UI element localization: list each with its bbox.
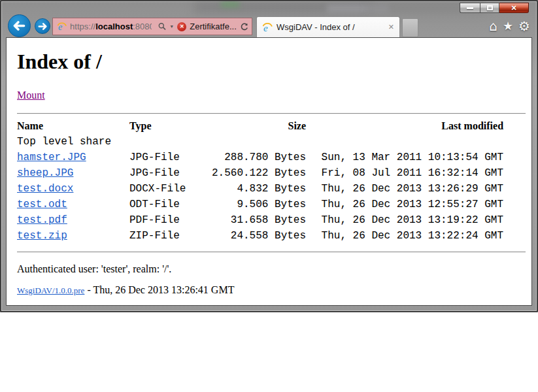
wsgidav-version-link[interactable]: WsgiDAV/1.0.0.pre — [17, 286, 84, 295]
file-size: 24.558 Bytes — [212, 228, 306, 244]
forward-button[interactable] — [35, 18, 50, 34]
ie-page-icon: e — [57, 22, 67, 32]
directory-index-page: Index of / Mount Name Type Size Last mod… — [7, 50, 531, 296]
file-modified: Thu, 26 Dec 2013 12:55:27 GMT — [306, 197, 503, 212]
refresh-icon[interactable] — [240, 22, 248, 31]
file-size: 2.560.122 Bytes — [212, 165, 306, 181]
file-link[interactable]: test.zip — [17, 230, 67, 242]
search-icon[interactable] — [158, 22, 166, 31]
ie-tab-icon: e — [262, 22, 273, 33]
file-link[interactable]: hamster.JPG — [17, 152, 86, 163]
table-note-row: Top level share — [17, 134, 503, 150]
table-row: hamster.JPG JPG-File 288.780 Bytes Sun, … — [17, 150, 503, 165]
file-type: PDF-File — [129, 212, 212, 228]
url-scheme: https:// — [70, 22, 95, 31]
minimize-button[interactable] — [460, 3, 480, 13]
file-type: ODT-File — [129, 197, 212, 212]
file-listing-table: Name Type Size Last modified Top level s… — [17, 118, 503, 244]
certificate-error-icon: ✕ — [177, 22, 186, 31]
file-size: 31.658 Bytes — [212, 212, 306, 228]
file-link[interactable]: test.pdf — [17, 214, 67, 226]
address-bar[interactable]: e https://localhost:8080/ ▼ ✕ Zertifikat… — [52, 18, 252, 35]
star-icon[interactable]: ★ — [503, 19, 513, 33]
footer: WsgiDAV/1.0.0.pre - Thu, 26 Dec 2013 13:… — [17, 284, 526, 296]
chrome-toolbar-icons: ⌂ ★ ⚙ — [489, 19, 530, 33]
back-arrow-icon — [13, 21, 25, 31]
file-modified: Thu, 26 Dec 2013 13:26:29 GMT — [306, 181, 503, 197]
table-row: test.odt ODT-File 9.506 Bytes Thu, 26 De… — [17, 197, 503, 212]
maximize-icon — [487, 5, 493, 10]
file-modified: Fri, 08 Jul 2011 16:32:14 GMT — [306, 165, 503, 181]
page-content: Index of / Mount Name Type Size Last mod… — [6, 37, 532, 306]
tab-wsgidav-index[interactable]: e WsgiDAV - Index of / ✕ — [256, 16, 400, 37]
window-controls: ✕ — [460, 3, 529, 13]
file-type: JPG-File — [129, 150, 212, 165]
file-modified: Sun, 13 Mar 2011 10:13:54 GMT — [306, 150, 503, 165]
home-icon[interactable]: ⌂ — [489, 19, 497, 33]
file-size: 9.506 Bytes — [212, 197, 306, 212]
gear-icon[interactable]: ⚙ — [518, 19, 530, 33]
table-row: test.zip ZIP-File 24.558 Bytes Thu, 26 D… — [17, 228, 503, 244]
tab-close-icon[interactable]: ✕ — [388, 23, 394, 31]
share-note: Top level share — [17, 134, 503, 150]
certificate-error-x: ✕ — [180, 24, 184, 29]
table-header-row: Name Type Size Last modified — [17, 118, 503, 134]
certificate-error-button[interactable]: Zertifikatfe... — [190, 22, 237, 31]
file-size: 4.832 Bytes — [212, 181, 306, 197]
file-link[interactable]: test.odt — [17, 199, 67, 210]
browser-window: ✕ e https://localhost:8080/ ▼ ✕ Zertifik… — [0, 0, 538, 312]
url-path: :8080/ — [133, 22, 152, 31]
header-last-modified: Last modified — [306, 118, 503, 134]
divider — [17, 252, 526, 253]
tab-title: WsgiDAV - Index of / — [277, 22, 355, 32]
url-host: localhost — [95, 22, 133, 31]
file-type: DOCX-File — [129, 181, 212, 197]
page-title: Index of / — [17, 50, 526, 74]
file-size: 288.780 Bytes — [212, 150, 306, 165]
header-name: Name — [17, 118, 129, 134]
new-tab-button[interactable] — [402, 18, 418, 37]
file-link[interactable]: sheep.JPG — [17, 167, 73, 179]
mount-link[interactable]: Mount — [17, 90, 45, 101]
table-row: sheep.JPG JPG-File 2.560.122 Bytes Fri, … — [17, 165, 503, 181]
header-type: Type — [129, 118, 212, 134]
file-modified: Thu, 26 Dec 2013 13:19:22 GMT — [306, 212, 503, 228]
back-button[interactable] — [8, 14, 31, 37]
close-button[interactable]: ✕ — [499, 3, 529, 13]
title-bar[interactable]: ✕ — [1, 1, 537, 16]
file-type: ZIP-File — [129, 228, 212, 244]
file-link[interactable]: test.docx — [17, 183, 73, 195]
maximize-button[interactable] — [480, 3, 499, 13]
header-size: Size — [212, 118, 306, 134]
file-type: JPG-File — [129, 165, 212, 181]
footer-timestamp: - Thu, 26 Dec 2013 13:26:41 GMT — [84, 284, 234, 295]
file-modified: Thu, 26 Dec 2013 13:22:24 GMT — [306, 228, 503, 244]
table-row: test.pdf PDF-File 31.658 Bytes Thu, 26 D… — [17, 212, 503, 228]
minimize-icon — [467, 7, 473, 9]
table-row: test.docx DOCX-File 4.832 Bytes Thu, 26 … — [17, 181, 503, 197]
close-icon: ✕ — [511, 4, 516, 12]
url-text[interactable]: https://localhost:8080/ — [70, 22, 152, 31]
divider — [17, 113, 526, 114]
forward-arrow-icon — [38, 23, 47, 30]
authenticated-user-text: Authenticated user: 'tester', realm: '/'… — [17, 263, 526, 275]
chevron-down-icon[interactable]: ▼ — [169, 24, 174, 29]
